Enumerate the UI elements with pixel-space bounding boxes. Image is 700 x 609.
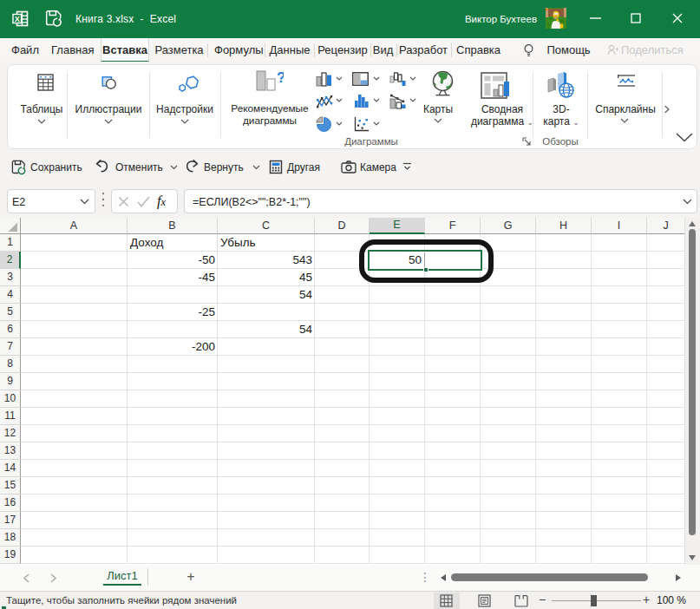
svg-text:?: ? (277, 70, 284, 86)
svg-text:X: X (15, 15, 20, 23)
